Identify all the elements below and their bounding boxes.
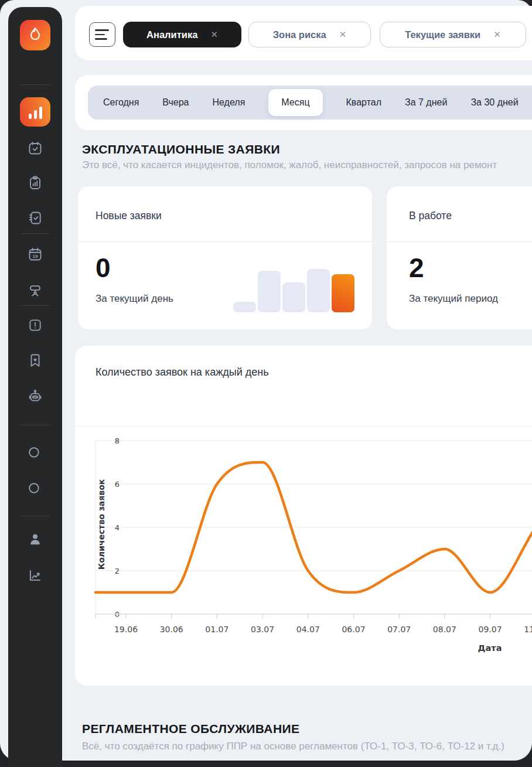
close-icon[interactable]: ✕	[210, 29, 218, 40]
sidebar-item-circle-2[interactable]	[28, 482, 43, 497]
analytics-dashboard: 19	[0, 0, 532, 767]
sidebar-item-calendar-date[interactable]: 19	[28, 247, 43, 262]
sidebar-item-profile[interactable]	[28, 531, 43, 547]
period-option[interactable]: За 7 дней	[405, 97, 447, 108]
trend-chart-icon	[28, 568, 43, 583]
section-subtitle-maintenance: Всё, что создаётся по графику ППР на осн…	[82, 741, 504, 752]
menu-button[interactable]	[89, 22, 115, 47]
svg-text:Количество заявок: Количество заявок	[97, 479, 106, 570]
section-subtitle-operational: Это всё, что касается инцидентов, поломо…	[82, 159, 497, 171]
section-title-operational: ЭКСПЛУАТАЦИОННЫЕ ЗАЯВКИ	[82, 142, 280, 156]
svg-text:Дата: Дата	[478, 643, 502, 653]
stat-card-in-progress[interactable]: В работе 2 За текущий период	[387, 186, 532, 329]
tab-analytics[interactable]: Аналитика ✕	[123, 22, 241, 47]
mini-bar-accent	[332, 274, 354, 312]
card-title: Новые заявки	[96, 210, 162, 222]
calendar-19-icon: 19	[28, 247, 43, 262]
circle-icon	[28, 482, 43, 495]
sidebar-item-alerts[interactable]	[28, 318, 43, 333]
mini-bar	[258, 271, 281, 312]
calendar-check-icon	[28, 141, 43, 156]
svg-text:03.07: 03.07	[251, 625, 274, 634]
svg-text:4: 4	[115, 523, 120, 532]
app-logo[interactable]	[20, 20, 50, 50]
svg-text:04.07: 04.07	[296, 625, 320, 634]
card-caption: За текущий период	[409, 293, 498, 305]
sidebar-item-clipboard-report[interactable]	[28, 175, 43, 190]
sidebar: 19	[8, 7, 62, 767]
sidebar-divider	[20, 305, 50, 306]
sidebar-item-journal[interactable]	[28, 210, 43, 226]
bookmark-star-icon	[28, 353, 43, 368]
sidebar-item-devices[interactable]	[28, 283, 43, 298]
sidebar-item-statistics[interactable]	[28, 568, 43, 583]
tab-label: Аналитика	[146, 29, 197, 40]
period-filter-bar: СегодняВчераНеделяМесяцКварталЗа 7 днейЗ…	[88, 86, 532, 120]
card-title: В работе	[409, 210, 452, 222]
card-value: 2	[409, 252, 424, 284]
stat-card-new-requests[interactable]: Новые заявки 0 За текущий день	[78, 186, 372, 329]
circle-icon	[28, 446, 43, 459]
card-caption: За текущий день	[96, 293, 173, 305]
mini-bar	[282, 282, 305, 312]
svg-text:6: 6	[115, 480, 120, 489]
journal-check-icon	[28, 210, 43, 226]
sidebar-item-circle-1[interactable]	[28, 446, 43, 461]
svg-text:01.07: 01.07	[205, 625, 229, 634]
person-icon	[28, 531, 43, 547]
sidebar-item-calendar-check[interactable]	[28, 141, 43, 156]
period-option[interactable]: Сегодня	[103, 97, 139, 108]
bar-chart-icon	[28, 107, 43, 119]
close-icon[interactable]: ✕	[339, 29, 347, 40]
period-option-selected[interactable]: Месяц	[268, 89, 322, 116]
sidebar-item-analytics[interactable]	[20, 97, 50, 127]
svg-text:19.06: 19.06	[114, 625, 138, 634]
card-divider	[387, 241, 532, 242]
water-drop-icon	[26, 25, 44, 45]
card-divider	[78, 241, 372, 242]
sidebar-divider	[20, 84, 50, 85]
sidebar-divider	[20, 233, 50, 234]
svg-text:08.07: 08.07	[433, 625, 456, 634]
card-value: 0	[96, 252, 111, 284]
mini-bar	[233, 302, 256, 312]
tab-risk-zone[interactable]: Зона риска ✕	[248, 22, 371, 47]
svg-text:30.06: 30.06	[160, 625, 183, 634]
line-chart: 0246819.0630.0601.0703.0704.0706.0707.07…	[75, 346, 532, 686]
sidebar-item-assistant[interactable]	[28, 388, 43, 404]
tab-label: Текущие заявки	[405, 29, 480, 40]
section-title-maintenance: РЕГЛАМЕНТНОЕ ОБСЛУЖИВАНИЕ	[82, 722, 299, 736]
tab-current-requests[interactable]: Текущие заявки ✕	[380, 22, 526, 47]
svg-text:06.07: 06.07	[342, 625, 365, 634]
period-option[interactable]: Неделя	[213, 97, 245, 108]
sidebar-divider	[20, 425, 50, 425]
sidebar-item-bookmarks[interactable]	[28, 353, 43, 368]
period-option[interactable]: Квартал	[346, 97, 381, 108]
period-option[interactable]: За 30 дней	[470, 97, 518, 108]
sidebar-divider	[20, 516, 50, 516]
device-hub-icon	[28, 283, 43, 298]
svg-text:09.07: 09.07	[479, 625, 502, 634]
mini-bar-chart	[233, 269, 354, 312]
tab-label: Зона риска	[273, 29, 326, 40]
alert-square-icon	[28, 318, 43, 333]
svg-text:2: 2	[115, 567, 120, 575]
svg-text:11.07: 11.07	[524, 625, 532, 634]
svg-text:07.07: 07.07	[387, 625, 411, 634]
svg-text:19: 19	[32, 254, 38, 259]
clipboard-chart-icon	[28, 175, 43, 190]
period-option[interactable]: Вчера	[162, 97, 189, 108]
robot-icon	[28, 388, 43, 404]
close-icon[interactable]: ✕	[493, 29, 501, 40]
mini-bar	[307, 269, 330, 312]
svg-text:8: 8	[115, 437, 120, 445]
